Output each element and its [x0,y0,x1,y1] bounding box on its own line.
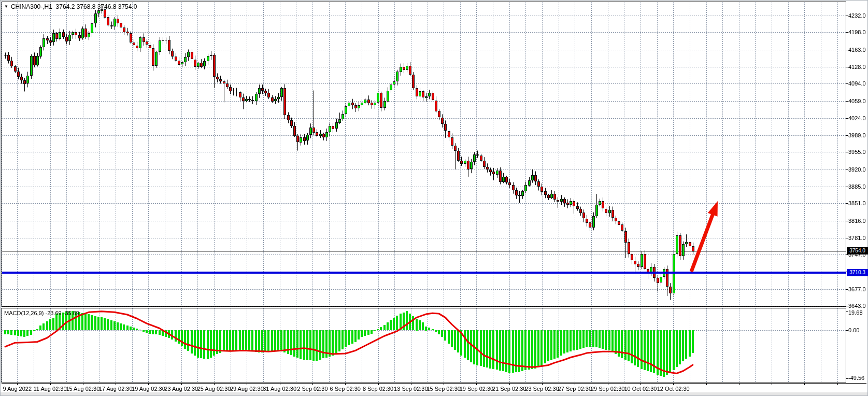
time-axis-label: 9 Aug 2022 [3,386,32,392]
time-axis-label: 15 Sep 02:30 [426,386,460,392]
time-axis-label: 11 Aug 02:30 [34,386,67,392]
time-axis-label: 21 Sep 02:30 [492,386,526,392]
symbol-dropdown-icon[interactable]: ▼ [4,4,8,9]
time-axis-label: 17 Aug 02:30 [99,386,133,392]
price-axis-tick-label: 4024.0 [848,115,866,121]
price-axis-tick-label: 3816.0 [848,218,866,224]
time-axis-label: 29 Sep 02:30 [591,386,624,392]
time-axis-label: 6 Sep 02:30 [330,386,361,392]
price-axis-tick-label: 3989.0 [848,132,866,138]
price-axis-tick-label: 4128.0 [848,64,866,70]
time-axis-label: 23 Sep 02:30 [525,386,559,392]
chart-title: CHINA300-,H1 3764.2 3768.8 3746.8 3754.0 [11,3,137,10]
chart-title-bar: ▼ CHINA300-,H1 3764.2 3768.8 3746.8 3754… [4,3,137,10]
price-axis-tick-label: 4198.0 [848,29,866,35]
current-price-badge: 3754.0 [847,247,868,254]
macd-indicator-label: MACD(12,26,9) -23.69 -35.69 [4,310,79,316]
chart-window: ▼ CHINA300-,H1 3764.2 3768.8 3746.8 3754… [0,0,868,396]
macd-axis-max-label: 19.68 [848,309,863,316]
time-axis-label: 23 Aug 02:30 [164,386,198,392]
macd-axis-zero-label: 0.00 [848,327,859,333]
price-chart-canvas[interactable] [0,0,868,396]
price-axis-tick-label: 4163.0 [848,47,866,53]
time-axis-label: 12 Oct 02:30 [657,386,690,392]
time-axis-label: 2 Sep 02:30 [297,386,328,392]
time-axis-label: 19 Sep 02:30 [460,386,493,392]
price-axis-tick-label: 3920.0 [848,166,866,173]
time-axis-label: 31 Aug 02:30 [263,386,296,392]
price-axis-tick-label: 4059.0 [848,98,866,104]
price-axis-tick-label: 3955.0 [848,149,866,155]
time-axis-label: 13 Sep 02:30 [394,386,428,392]
macd-axis-min-label: -49.56 [848,375,864,381]
price-axis-tick-label: 3781.0 [848,235,866,241]
price-axis-tick-label: 4094.0 [848,80,866,87]
time-axis-label: 8 Sep 02:30 [363,386,393,392]
price-axis-tick-label: 3643.0 [848,303,866,309]
time-axis-label: 19 Aug 02:30 [132,386,165,392]
time-axis-label: 27 Sep 02:30 [558,386,592,392]
time-axis-label: 15 Aug 02:30 [66,386,99,392]
price-axis-tick-label: 3885.0 [848,183,866,190]
time-axis-label: 10 Oct 02:30 [624,386,657,392]
hline-price-badge: 3710.3 [847,269,868,276]
price-axis-tick-label: 3677.0 [848,286,866,292]
price-axis-tick-label: 3851.0 [848,200,866,206]
time-axis-label: 25 Aug 02:30 [197,386,231,392]
price-axis-tick-label: 4232.0 [848,12,866,19]
time-axis-label: 29 Aug 02:30 [230,386,264,392]
